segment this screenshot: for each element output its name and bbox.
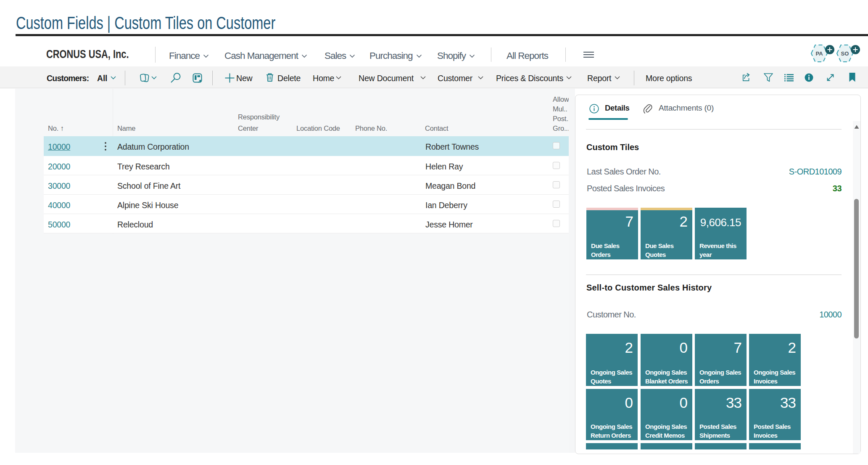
svg-text:SO: SO <box>841 50 849 57</box>
svg-text:PA: PA <box>815 50 823 57</box>
